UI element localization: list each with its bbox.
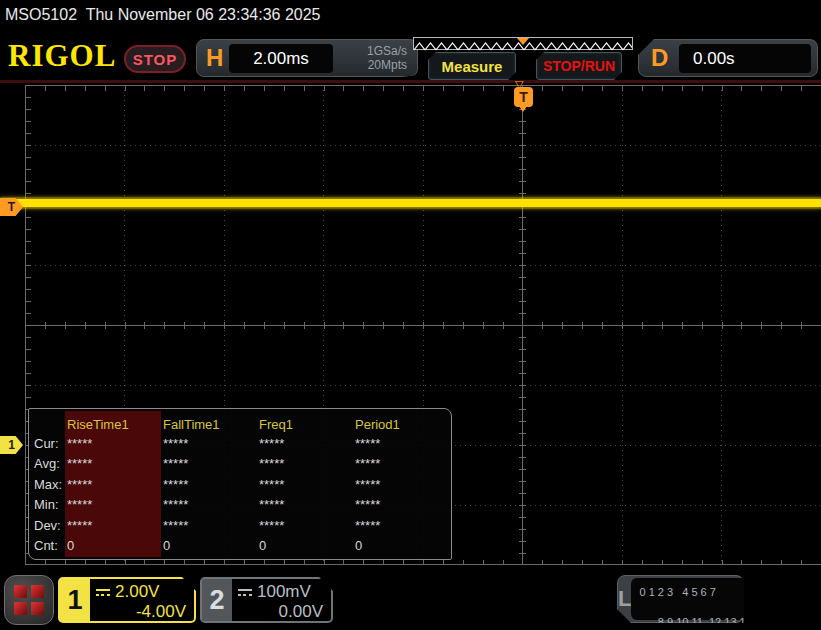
measurement-value: *****: [257, 456, 353, 477]
measurement-value: *****: [65, 518, 161, 539]
measurement-value: *****: [65, 497, 161, 518]
measurement-value: *****: [353, 497, 449, 518]
trigger-hollow-triangle-icon: ▽: [515, 78, 523, 91]
grid-menu-icon: [14, 585, 44, 615]
measurement-row-label: Min:: [29, 497, 65, 518]
stop-run-button[interactable]: STOP/RUN: [536, 52, 622, 80]
memory-depth: 20Mpts: [368, 58, 407, 72]
digital-channels-row1: 0 1 2 3 4 5 6 7: [639, 586, 715, 598]
measurement-value: *****: [353, 456, 449, 477]
measurement-value: *****: [257, 497, 353, 518]
measurement-row-label: Cur:: [29, 436, 65, 457]
measurement-value: *****: [161, 477, 257, 498]
dc-coupling-icon: [96, 588, 110, 597]
measurement-value: *****: [257, 518, 353, 539]
measurement-value: *****: [161, 436, 257, 457]
measurement-value: *****: [257, 436, 353, 457]
measurement-value: *****: [65, 477, 161, 498]
measurement-value: *****: [353, 477, 449, 498]
title-bar: MSO5102 Thu November 06 23:34:36 2025: [0, 0, 821, 32]
channel2-scale: 100mV: [257, 582, 311, 602]
measurement-row-label: Dev:: [29, 518, 65, 539]
measurement-grid: RiseTime1 FallTime1 Freq1 Period1 Cur: *…: [29, 409, 451, 559]
oscilloscope-screen: MSO5102 Thu November 06 23:34:36 2025 RI…: [0, 0, 821, 630]
measurement-value: *****: [65, 456, 161, 477]
acquisition-status-badge[interactable]: STOP: [124, 45, 186, 73]
measurement-value: *****: [353, 518, 449, 539]
toolbar-divider: [0, 80, 821, 83]
measurement-row-label: Max:: [29, 477, 65, 498]
dc-coupling-icon: [238, 588, 252, 597]
measurement-value: 0: [65, 538, 161, 559]
channel1-status-box[interactable]: 1 2.00V -4.00V: [58, 577, 196, 623]
measure-button[interactable]: Measure: [428, 52, 516, 80]
channel2-status-box[interactable]: 2 100mV 0.00V: [200, 577, 333, 623]
delay-label: D: [651, 44, 668, 72]
measurement-table[interactable]: RiseTime1 FallTime1 Freq1 Period1 Cur: *…: [28, 408, 452, 560]
channel1-waveform-trace[interactable]: [0, 199, 821, 207]
digital-channels-row2: 8 9 10 11 12 13 14 15: [658, 616, 767, 628]
measurement-value: *****: [161, 497, 257, 518]
measurement-value: 0: [161, 538, 257, 559]
sample-rate: 1GSa/s: [367, 44, 407, 58]
logic-analyzer-label: L: [618, 576, 631, 622]
measurement-value: *****: [161, 518, 257, 539]
delay-panel[interactable]: D 0.00s: [638, 39, 818, 77]
measurement-value: *****: [65, 436, 161, 457]
horizontal-timebase-panel[interactable]: H 2.00ms 1GSa/s 20Mpts: [196, 39, 418, 77]
measurement-value: *****: [257, 477, 353, 498]
measurement-value: *****: [161, 456, 257, 477]
menu-grid-button[interactable]: [4, 575, 54, 625]
rigol-logo: RIGOL: [8, 38, 116, 74]
model-and-clock: MSO5102 Thu November 06 23:34:36 2025: [5, 6, 320, 24]
preview-trigger-position-icon[interactable]: [517, 38, 529, 45]
measurement-value: 0: [353, 538, 449, 559]
channel1-offset: -4.00V: [96, 602, 186, 622]
channel1-scale: 2.00V: [115, 582, 159, 602]
sample-rate-memory-depth: 1GSa/s 20Mpts: [367, 44, 407, 72]
channel1-number: 1: [60, 579, 90, 621]
delay-value[interactable]: 0.00s: [679, 44, 811, 73]
channel1-offset-marker[interactable]: 1: [0, 436, 23, 454]
horizontal-label: H: [206, 44, 223, 72]
timebase-value[interactable]: 2.00ms: [229, 44, 333, 73]
measurement-value: 0: [257, 538, 353, 559]
measurement-row-label: Cnt:: [29, 538, 65, 559]
logic-analyzer-status-box[interactable]: L 0 1 2 3 4 5 6 7 8 9 10 11 12 13 14 15: [617, 575, 744, 623]
channel2-number: 2: [202, 579, 232, 621]
measurement-row-label: Avg:: [29, 456, 65, 477]
waveform-preview-strip[interactable]: [413, 37, 633, 50]
channel2-offset: 0.00V: [238, 602, 323, 622]
measurement-value: *****: [353, 436, 449, 457]
